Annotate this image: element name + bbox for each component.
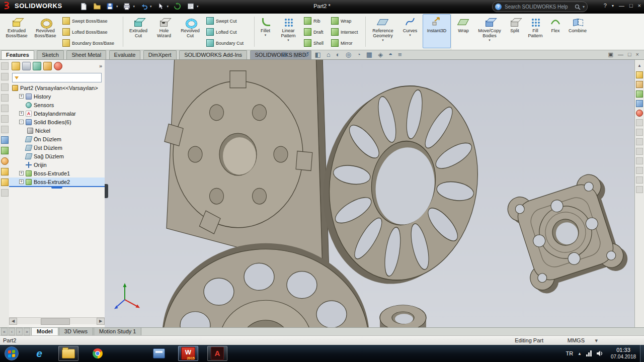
tab-3d-views[interactable]: 3D Views (59, 328, 93, 336)
right-toolbar-icon-9[interactable] (636, 138, 643, 145)
file-explorer-icon[interactable] (636, 81, 643, 88)
next-tab-icon[interactable]: › (16, 328, 23, 335)
close-button[interactable]: × (638, 3, 641, 9)
maximize-button[interactable]: □ (629, 3, 633, 9)
save-caret-icon[interactable]: ▾ (116, 5, 118, 9)
previous-view-icon[interactable]: ↺ (304, 50, 309, 59)
doc-pin-icon[interactable]: ▣ (608, 50, 613, 59)
search-caret-icon[interactable]: ▾ (583, 5, 585, 9)
tree-item-front-plane[interactable]: Ön Düzlem (9, 135, 105, 143)
split-button[interactable]: Split (506, 15, 523, 48)
scene-icon[interactable] (636, 110, 643, 117)
rollback-bar[interactable] (9, 186, 105, 187)
appearances-icon[interactable] (636, 100, 643, 107)
graphics-area[interactable] (105, 59, 635, 327)
adobe-icon[interactable]: A (207, 346, 227, 361)
tab-solidworks-add-ins[interactable]: SOLIDWORKS Add-Ins (179, 50, 247, 59)
revolved-cut-button[interactable]: Revolved Cut (177, 15, 203, 48)
search-input[interactable] (504, 4, 573, 10)
left-toolbar-icon-6[interactable] (1, 115, 9, 123)
rebuild-icon[interactable] (173, 2, 182, 11)
linear-pattern-button[interactable]: Linear Pattern (276, 15, 301, 48)
zoom-area-icon[interactable]: ◻ (293, 50, 298, 59)
rib-button[interactable]: Rib (303, 16, 328, 26)
tray-expand-icon[interactable]: ▲ (578, 351, 582, 356)
show-desktop-button[interactable] (640, 345, 644, 362)
network-icon[interactable] (586, 350, 592, 356)
combine-button[interactable]: Combine (565, 15, 591, 48)
tab-sheet-metal[interactable]: Sheet Metal (66, 50, 106, 59)
sketch-icon[interactable] (1, 147, 9, 154)
revolved-boss-base-button[interactable]: Revolved Boss/Base (31, 15, 59, 48)
status-units[interactable]: MMGS (568, 337, 585, 343)
last-tab-icon[interactable]: » (24, 328, 30, 335)
dimxpertmanager-icon[interactable] (43, 62, 52, 70)
left-toolbar-icon-13[interactable] (1, 189, 9, 197)
tab-features[interactable]: Features (1, 50, 34, 59)
tree-item-boss-extrude2[interactable]: Boss-Extrude2 (9, 177, 105, 186)
help-search-box[interactable]: ? ▾ (492, 2, 588, 12)
tab-dimxpert[interactable]: DimXpert (143, 50, 177, 59)
hole-wizard-button[interactable]: Hole Wizard (152, 15, 176, 48)
volume-icon[interactable] (596, 350, 603, 357)
tree-item-nickel[interactable]: Nickel (9, 126, 105, 135)
taskbar-clock[interactable]: 01:33 07.04.2018 (608, 347, 639, 360)
instant3d-button[interactable]: Instant3D (423, 14, 451, 48)
tree-item-boss-extrude1[interactable]: Boss-Extrude1 (9, 169, 105, 177)
curves-button[interactable]: Curves (399, 15, 421, 48)
left-toolbar-icon-1[interactable] (1, 62, 9, 70)
tree-root[interactable]: Part2 (Varsayılan<<Varsayılan> (9, 83, 105, 92)
expand-icon[interactable] (19, 111, 24, 116)
tab-motion-study-1[interactable]: Motion Study 1 (94, 328, 141, 336)
reference-geometry-button[interactable]: Reference Geometry (367, 15, 398, 48)
extruded-cut-button[interactable]: Extruded Cut (126, 15, 151, 48)
lofted-cut-button[interactable]: Lofted Cut (205, 27, 253, 37)
chrome-icon[interactable] (88, 346, 108, 361)
camera-icon[interactable]: ◓ (388, 50, 392, 59)
shell-button[interactable]: Shell (303, 38, 328, 48)
left-toolbar-icon-2[interactable] (1, 73, 9, 80)
display-style-icon[interactable]: ◐ (336, 50, 340, 59)
right-toolbar-icon-14[interactable] (636, 186, 643, 193)
draft-button[interactable]: Draft (303, 27, 328, 37)
panel-horizontal-scrollbar[interactable]: ◀ ▶ (9, 317, 105, 324)
minimize-button[interactable]: — (619, 3, 624, 9)
part-square-plate[interactable] (165, 59, 329, 272)
tree-filter-input[interactable] (21, 74, 101, 81)
right-toolbar-icon-12[interactable] (636, 167, 643, 174)
tree-item-solid-bodies[interactable]: Solid Bodies(6) (9, 118, 105, 126)
apply-scene-icon[interactable]: ▦ (366, 50, 372, 59)
help-caret-icon[interactable]: ▾ (612, 4, 614, 8)
boundary-boss-base-button[interactable]: Boundary Boss/Base (61, 38, 121, 48)
custom-properties-icon[interactable] (636, 119, 643, 126)
scroll-left-icon[interactable]: ◀ (9, 318, 17, 325)
scroll-right-icon[interactable]: ▶ (97, 318, 105, 325)
open-icon[interactable] (93, 2, 101, 11)
file-explorer-icon[interactable] (58, 346, 78, 361)
edit-appearance-icon[interactable]: ◔ (357, 50, 361, 59)
propertymanager-icon[interactable] (22, 62, 31, 70)
part-holed-disc[interactable] (162, 243, 369, 327)
search-icon[interactable] (575, 4, 581, 10)
color-icon[interactable] (1, 157, 9, 165)
view-settings-icon[interactable]: ◈ (378, 50, 383, 59)
scrollbar-thumb[interactable] (41, 318, 70, 325)
wrap-secondary-button[interactable]: Wrap (454, 15, 473, 48)
right-toolbar-icon-10[interactable] (636, 148, 643, 155)
right-toolbar-icon-13[interactable] (636, 176, 643, 184)
sphere-icon[interactable] (1, 136, 9, 144)
expand-icon[interactable] (19, 94, 24, 99)
tab-sketch[interactable]: Sketch (37, 50, 64, 59)
wrap-button[interactable]: Wrap (330, 16, 363, 26)
file-properties-caret-icon[interactable]: ▾ (197, 5, 199, 9)
design-library-icon[interactable] (636, 71, 643, 78)
left-toolbar-icon-4[interactable] (1, 94, 9, 102)
intersect-button[interactable]: Intersect (330, 27, 363, 37)
collapse-icon[interactable]: ▲ (636, 62, 643, 69)
language-indicator[interactable]: TR (566, 350, 573, 356)
help-menu-button[interactable]: ? (604, 3, 607, 9)
fillet-button[interactable]: Fillet (256, 15, 275, 48)
zoom-fit-icon[interactable]: ⊞ (282, 50, 287, 59)
prev-tab-icon[interactable]: ‹ (9, 328, 15, 335)
undo-icon[interactable] (139, 2, 148, 11)
